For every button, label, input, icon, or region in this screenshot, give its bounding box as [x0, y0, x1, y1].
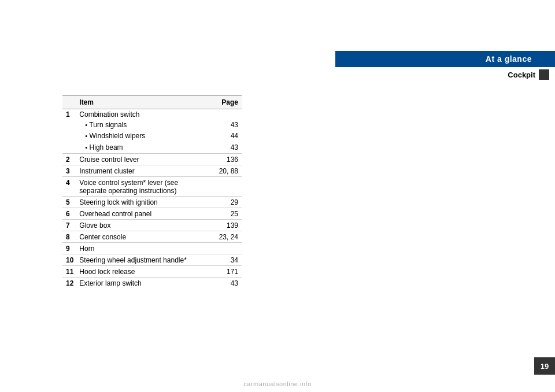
cockpit-bar: Cockpit: [335, 67, 555, 82]
row-item: Instrument cluster: [76, 165, 203, 177]
table-row: 1Combination switch: [62, 109, 242, 120]
row-page: 34: [203, 254, 242, 266]
table-sub-row: • Windshield wipers44: [62, 131, 242, 142]
row-page: [203, 109, 242, 120]
row-item: Steering wheel adjustment handle*: [76, 254, 203, 266]
page-number: 19: [541, 362, 549, 371]
row-item: Cruise control lever: [76, 154, 203, 165]
table-row: 3Instrument cluster20, 88: [62, 165, 242, 177]
row-item: Center console: [76, 231, 203, 243]
row-item: Glove box: [76, 220, 203, 231]
row-number: 4: [62, 177, 76, 197]
table-sub-row: • Turn signals43: [62, 120, 242, 131]
table-row: 10Steering wheel adjustment handle*34: [62, 254, 242, 266]
sub-row-empty: [62, 131, 76, 142]
sub-row-page: 43: [203, 120, 242, 131]
bullet-icon: •: [85, 132, 87, 139]
row-number: 8: [62, 231, 76, 243]
at-a-glance-label: At a glance: [486, 54, 532, 64]
row-number: 2: [62, 154, 76, 165]
sub-row-empty: [62, 120, 76, 131]
table-row: 6Overhead control panel25: [62, 208, 242, 220]
row-item: Voice control system* lever (see separat…: [76, 177, 203, 197]
row-number: 10: [62, 254, 76, 266]
row-number: 3: [62, 165, 76, 177]
row-page: 20, 88: [203, 165, 242, 177]
row-item: Horn: [76, 243, 203, 254]
row-page: [203, 177, 242, 197]
watermark: carmanualsonline.info: [243, 380, 312, 387]
row-page: 25: [203, 208, 242, 220]
sub-row-item: • Turn signals: [76, 120, 203, 131]
row-item: Overhead control panel: [76, 208, 203, 220]
table-row: 7Glove box139: [62, 220, 242, 231]
row-number: 6: [62, 208, 76, 220]
sub-row-page: 43: [203, 142, 242, 154]
cockpit-table: Item Page 1Combination switch• Turn sign…: [62, 95, 242, 289]
row-page: 139: [203, 220, 242, 231]
col-header-page: Page: [203, 96, 242, 109]
row-number: 1: [62, 109, 76, 120]
row-page: 43: [203, 278, 242, 289]
cockpit-block-icon: [539, 69, 549, 80]
table-container: Item Page 1Combination switch• Turn sign…: [62, 95, 242, 289]
table-row: 2Cruise control lever136: [62, 154, 242, 165]
cockpit-label: Cockpit: [508, 71, 535, 79]
bullet-icon: •: [85, 121, 87, 128]
sub-row-item: • Windshield wipers: [76, 131, 203, 142]
table-sub-row: • High beam43: [62, 142, 242, 154]
col-header-empty: [62, 96, 76, 109]
sub-row-item: • High beam: [76, 142, 203, 154]
row-item: Steering lock with ignition: [76, 197, 203, 208]
table-row: 5Steering lock with ignition29: [62, 197, 242, 208]
header-area: At a glance Cockpit: [335, 51, 555, 82]
row-page: 136: [203, 154, 242, 165]
row-item: Combination switch: [76, 109, 203, 120]
row-page: 23, 24: [203, 231, 242, 243]
row-item: Exterior lamp switch: [76, 278, 203, 289]
row-number: 12: [62, 278, 76, 289]
bullet-icon: •: [85, 144, 87, 151]
row-number: 5: [62, 197, 76, 208]
table-row: 11Hood lock release171: [62, 266, 242, 278]
row-page: 171: [203, 266, 242, 278]
row-number: 11: [62, 266, 76, 278]
row-page: 29: [203, 197, 242, 208]
row-page: [203, 243, 242, 254]
table-row: 12Exterior lamp switch43: [62, 278, 242, 289]
sub-row-page: 44: [203, 131, 242, 142]
table-header-row: Item Page: [62, 96, 242, 109]
sub-row-empty: [62, 142, 76, 154]
col-header-item: Item: [76, 96, 203, 109]
row-number: 9: [62, 243, 76, 254]
page-number-box: 19: [534, 357, 555, 375]
at-a-glance-bar: At a glance: [335, 51, 555, 67]
table-row: 8Center console23, 24: [62, 231, 242, 243]
row-number: 7: [62, 220, 76, 231]
table-row: 4Voice control system* lever (see separa…: [62, 177, 242, 197]
table-row: 9Horn: [62, 243, 242, 254]
row-item: Hood lock release: [76, 266, 203, 278]
